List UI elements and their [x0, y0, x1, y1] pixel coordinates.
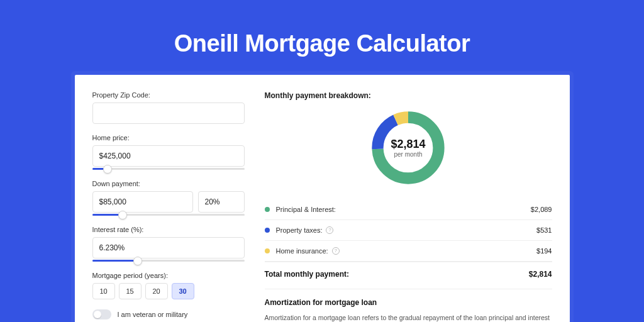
legend-label: Property taxes:: [276, 226, 323, 234]
down-payment-field-group: Down payment:: [92, 180, 245, 216]
info-icon[interactable]: ?: [326, 226, 333, 234]
interest-rate-slider-thumb[interactable]: [133, 257, 142, 265]
donut-total-sub: per month: [394, 151, 422, 158]
home-price-input[interactable]: [92, 145, 245, 167]
down-payment-slider[interactable]: [92, 214, 245, 216]
interest-rate-slider-fill: [92, 260, 138, 262]
donut-center: $2,814 per month: [368, 108, 448, 188]
legend-row: Principal & Interest:$2,089: [265, 199, 552, 220]
interest-rate-field-group: Interest rate (%):: [92, 226, 245, 262]
donut-total-value: $2,814: [391, 138, 425, 151]
down-payment-pct-input[interactable]: [198, 191, 245, 213]
total-label: Total monthly payment:: [265, 270, 349, 279]
legend-dot-icon: [265, 228, 270, 233]
page-title: Oneill Mortgage Calculator: [0, 30, 644, 57]
period-option-30[interactable]: 30: [172, 283, 194, 299]
period-option-20[interactable]: 20: [145, 283, 168, 299]
breakdown-column: Monthly payment breakdown: $2,814 per mo…: [265, 91, 552, 322]
amortization-section: Amortization for mortgage loan Amortizat…: [265, 289, 552, 322]
home-price-label: Home price:: [92, 134, 245, 142]
period-option-10[interactable]: 10: [92, 283, 115, 299]
mortgage-period-label: Mortgage period (years):: [92, 272, 245, 279]
down-payment-label: Down payment:: [92, 180, 245, 187]
breakdown-legend: Principal & Interest:$2,089Property taxe…: [265, 199, 552, 262]
mortgage-period-field-group: Mortgage period (years): 10152030: [92, 272, 245, 299]
form-column: Property Zip Code: Home price: Down paym…: [92, 91, 245, 322]
veteran-toggle-row: I am veteran or military: [92, 309, 245, 319]
veteran-toggle-label: I am veteran or military: [118, 311, 188, 318]
down-payment-input[interactable]: [92, 191, 193, 213]
home-price-slider-thumb[interactable]: [103, 165, 112, 174]
zip-field-group: Property Zip Code:: [92, 91, 245, 124]
interest-rate-input[interactable]: [92, 237, 245, 258]
breakdown-title: Monthly payment breakdown:: [265, 91, 552, 100]
legend-row: Property taxes:?$531: [265, 220, 552, 241]
zip-input[interactable]: [92, 103, 245, 124]
interest-rate-slider[interactable]: [92, 260, 245, 262]
home-price-slider[interactable]: [92, 168, 245, 170]
legend-value: $531: [536, 226, 552, 234]
interest-rate-label: Interest rate (%):: [92, 226, 245, 233]
legend-dot-icon: [265, 207, 270, 212]
legend-dot-icon: [265, 248, 270, 253]
donut-chart-wrap: $2,814 per month: [265, 108, 552, 188]
veteran-toggle-knob: [94, 311, 101, 318]
info-icon[interactable]: ?: [332, 247, 340, 255]
legend-value: $2,089: [531, 206, 552, 213]
payment-donut-chart: $2,814 per month: [368, 108, 448, 188]
calculator-card: Property Zip Code: Home price: Down paym…: [75, 75, 570, 322]
legend-row: Home insurance:?$194: [265, 241, 552, 262]
zip-label: Property Zip Code:: [92, 91, 245, 99]
amortization-title: Amortization for mortgage loan: [265, 298, 552, 307]
period-option-15[interactable]: 15: [119, 283, 142, 299]
veteran-toggle[interactable]: [92, 309, 111, 319]
legend-label: Home insurance:: [276, 247, 328, 255]
legend-label: Principal & Interest:: [276, 206, 336, 213]
total-row: Total monthly payment: $2,814: [265, 262, 552, 287]
mortgage-period-options: 10152030: [92, 283, 245, 299]
total-value: $2,814: [529, 270, 552, 279]
down-payment-slider-thumb[interactable]: [118, 211, 127, 219]
home-price-field-group: Home price:: [92, 134, 245, 170]
amortization-body: Amortization for a mortgage loan refers …: [265, 313, 552, 322]
legend-value: $194: [536, 247, 552, 255]
